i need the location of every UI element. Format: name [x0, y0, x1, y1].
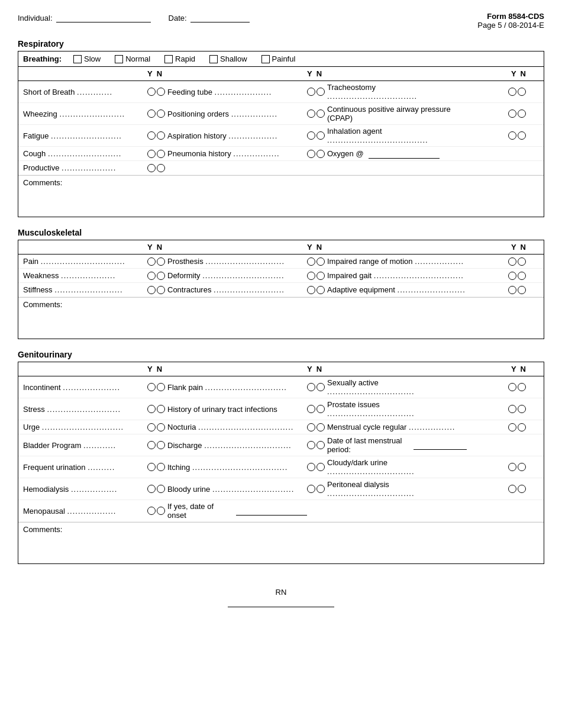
last-menstrual-y[interactable]	[307, 441, 315, 449]
date-value[interactable]	[190, 12, 250, 22]
peritoneal-yn[interactable]	[307, 485, 325, 493]
inhalation-extra-y[interactable]	[508, 131, 516, 140]
adaptive-n[interactable]	[316, 286, 325, 294]
cpap-extra-yn[interactable]	[508, 109, 526, 118]
oxygen-n[interactable]	[316, 150, 325, 158]
positioning-yn[interactable]	[147, 109, 165, 118]
aspiration-y[interactable]	[147, 131, 156, 140]
adaptive-extra-n[interactable]	[518, 286, 526, 294]
peritoneal-extra-yn[interactable]	[508, 485, 526, 493]
inhalation-extra-n[interactable]	[518, 131, 526, 140]
individual-value[interactable]	[56, 12, 151, 22]
positioning-n[interactable]	[157, 109, 165, 118]
shallow-checkbox[interactable]	[209, 55, 218, 63]
discharge-n[interactable]	[157, 441, 165, 449]
uti-yn[interactable]	[147, 405, 165, 413]
prostate-extra-y[interactable]	[508, 405, 516, 413]
discharge-y[interactable]	[147, 441, 156, 449]
tracheostomy-yn[interactable]	[307, 88, 325, 96]
impaired-range-extra-yn[interactable]	[508, 257, 526, 266]
peritoneal-extra-y[interactable]	[508, 485, 516, 493]
breathing-rapid[interactable]: Rapid	[164, 54, 195, 63]
tracheostomy-n[interactable]	[316, 88, 325, 96]
menstrual-y[interactable]	[307, 423, 315, 431]
inhalation-extra-yn[interactable]	[508, 131, 526, 140]
peritoneal-n[interactable]	[316, 485, 325, 493]
contractures-yn[interactable]	[147, 286, 165, 294]
impaired-gait-extra-yn[interactable]	[508, 272, 526, 280]
aspiration-yn[interactable]	[147, 131, 165, 140]
prosthesis-yn[interactable]	[147, 257, 165, 266]
uti-n[interactable]	[157, 405, 165, 413]
deformity-yn[interactable]	[147, 272, 165, 280]
cpap-extra-n[interactable]	[518, 109, 526, 118]
prostate-yn[interactable]	[307, 405, 325, 413]
inhalation-y[interactable]	[307, 131, 315, 140]
peritoneal-extra-n[interactable]	[518, 485, 526, 493]
last-menstrual-yn[interactable]	[307, 441, 325, 449]
impaired-gait-yn[interactable]	[307, 272, 325, 280]
feeding-tube-n[interactable]	[157, 88, 165, 96]
pneumonia-n[interactable]	[157, 150, 165, 158]
oxygen-value[interactable]	[369, 149, 440, 159]
menstrual-extra-n[interactable]	[518, 423, 526, 431]
impaired-gait-y[interactable]	[307, 272, 315, 280]
menstrual-extra-yn[interactable]	[508, 423, 526, 431]
nocturia-yn[interactable]	[147, 423, 165, 431]
cpap-extra-y[interactable]	[508, 109, 516, 118]
slow-checkbox[interactable]	[73, 55, 82, 63]
aspiration-n[interactable]	[157, 131, 165, 140]
cloudy-urine-extra-y[interactable]	[508, 463, 516, 471]
itching-n[interactable]	[157, 463, 165, 471]
tracheostomy-extra-y[interactable]	[508, 88, 516, 96]
adaptive-y[interactable]	[307, 286, 315, 294]
bloody-urine-n[interactable]	[157, 485, 165, 493]
sexually-active-extra-yn[interactable]	[508, 383, 526, 391]
deformity-y[interactable]	[147, 272, 156, 280]
prostate-extra-yn[interactable]	[508, 405, 526, 413]
painful-checkbox[interactable]	[261, 55, 270, 63]
discharge-yn[interactable]	[147, 441, 165, 449]
bloody-urine-yn[interactable]	[147, 485, 165, 493]
inhalation-n[interactable]	[316, 131, 325, 140]
menstrual-extra-y[interactable]	[508, 423, 516, 431]
last-menstrual-n[interactable]	[316, 441, 325, 449]
pneumonia-y[interactable]	[147, 150, 156, 158]
cpap-n[interactable]	[316, 109, 325, 118]
prosthesis-y[interactable]	[147, 257, 156, 266]
oxygen-y[interactable]	[307, 150, 315, 158]
menopausal-yn[interactable]	[147, 507, 165, 515]
flank-pain-yn[interactable]	[147, 383, 165, 391]
contractures-n[interactable]	[157, 286, 165, 294]
sexually-active-yn[interactable]	[307, 383, 325, 391]
breathing-slow[interactable]: Slow	[73, 54, 101, 63]
productive-n[interactable]	[157, 164, 165, 172]
tracheostomy-y[interactable]	[307, 88, 315, 96]
prostate-extra-n[interactable]	[518, 405, 526, 413]
adaptive-yn[interactable]	[307, 286, 325, 294]
peritoneal-y[interactable]	[307, 485, 315, 493]
menopausal-onset-value[interactable]	[236, 506, 307, 516]
impaired-gait-extra-n[interactable]	[518, 272, 526, 280]
cloudy-urine-extra-yn[interactable]	[508, 463, 526, 471]
normal-checkbox[interactable]	[115, 55, 123, 63]
tracheostomy-extra-n[interactable]	[518, 88, 526, 96]
nocturia-n[interactable]	[157, 423, 165, 431]
pneumonia-yn[interactable]	[147, 150, 165, 158]
breathing-normal[interactable]: Normal	[115, 54, 150, 63]
adaptive-extra-y[interactable]	[508, 286, 516, 294]
cloudy-urine-n[interactable]	[316, 463, 325, 471]
menstrual-yn[interactable]	[307, 423, 325, 431]
prostate-n[interactable]	[316, 405, 325, 413]
breathing-shallow[interactable]: Shallow	[209, 54, 247, 63]
impaired-range-extra-n[interactable]	[518, 257, 526, 266]
prostate-y[interactable]	[307, 405, 315, 413]
rapid-checkbox[interactable]	[164, 55, 173, 63]
cpap-y[interactable]	[307, 109, 315, 118]
feeding-tube-y[interactable]	[147, 88, 156, 96]
menstrual-n[interactable]	[316, 423, 325, 431]
cloudy-urine-y[interactable]	[307, 463, 315, 471]
uti-y[interactable]	[147, 405, 156, 413]
cpap-yn[interactable]	[307, 109, 325, 118]
deformity-n[interactable]	[157, 272, 165, 280]
